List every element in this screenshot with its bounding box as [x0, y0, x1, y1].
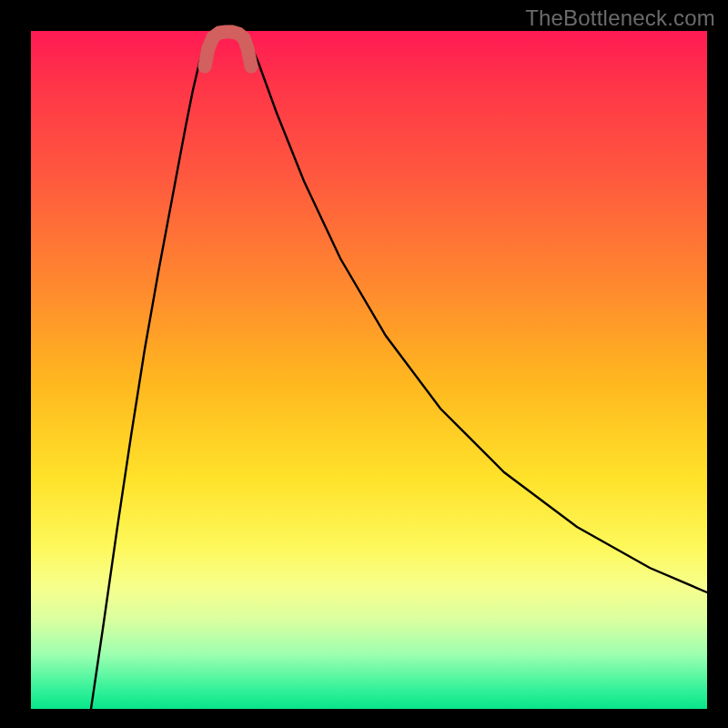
curve-right-branch: [248, 37, 707, 592]
curve-left-branch: [91, 35, 208, 709]
watermark-text: TheBottleneck.com: [525, 5, 715, 31]
bottleneck-curve: [31, 31, 707, 709]
chart-frame: [31, 31, 707, 709]
valley-highlight: [205, 32, 251, 66]
